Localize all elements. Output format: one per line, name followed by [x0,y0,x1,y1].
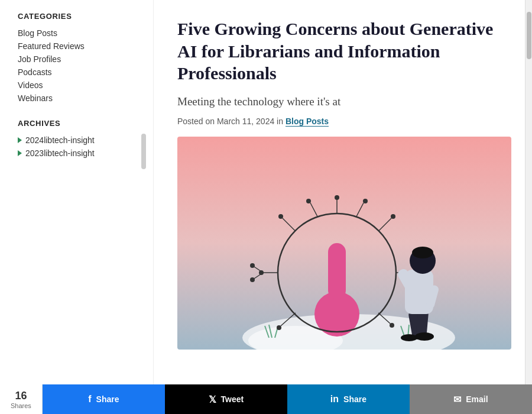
article-meta: Posted on March 11, 2024 in Blog Posts [177,117,508,126]
linkedin-label: Share [343,394,366,404]
main-content: Five Growing Concerns about Generative A… [154,0,532,384]
twitter-label: Tweet [221,394,244,404]
twitter-share-button[interactable]: 𝕏 Tweet [165,384,287,414]
social-bar: 16 Shares f Share 𝕏 Tweet in Share ✉ Ema… [0,384,532,414]
archive-label-2023: 2023libtech-insight [25,148,95,158]
svg-point-32 [250,277,255,282]
sidebar-item-videos[interactable]: Videos [18,79,135,92]
svg-point-14 [278,214,283,219]
svg-rect-9 [328,243,346,299]
archives-section: ARCHIVES 2024libtech-insight 2023libtech… [18,119,135,160]
twitter-icon: 𝕏 [209,394,216,405]
svg-point-12 [335,195,339,200]
sidebar-item-featured-reviews[interactable]: Featured Reviews [18,40,135,53]
categories-section: CATEGORIES Blog Posts Featured Reviews J… [18,12,135,105]
svg-point-22 [277,325,281,330]
facebook-label: Share [96,394,119,404]
facebook-share-button[interactable]: f Share [43,384,165,414]
article-title: Five Growing Concerns about Generative A… [177,18,508,85]
shares-counter: 16 Shares [0,384,43,414]
meta-prefix: Posted on March 11, 2024 in [177,117,286,126]
email-icon: ✉ [453,394,461,405]
svg-point-16 [391,214,395,219]
categories-heading: CATEGORIES [18,12,135,21]
sidebar-links: Blog Posts Featured Reviews Job Profiles… [18,27,135,105]
svg-point-43 [412,247,433,258]
archive-item-2024[interactable]: 2024libtech-insight [18,134,135,147]
archives-list: 2024libtech-insight 2023libtech-insight [18,134,135,160]
svg-point-40 [401,334,417,341]
sidebar-item-webinars[interactable]: Webinars [18,92,135,105]
article-illustration [177,137,511,350]
archive-label-2024: 2024libtech-insight [25,135,95,145]
article-image [177,137,511,350]
email-label: Email [466,394,488,404]
linkedin-share-button[interactable]: in Share [287,384,410,414]
archives-heading: ARCHIVES [18,119,135,128]
scrollbar-thumb [527,12,531,59]
page-wrapper: CATEGORIES Blog Posts Featured Reviews J… [0,0,532,384]
chevron-right-icon [18,150,22,156]
sidebar-item-podcasts[interactable]: Podcasts [18,66,135,79]
linkedin-icon: in [330,394,339,405]
svg-point-28 [363,199,368,203]
shares-count: 16 [15,390,27,402]
shares-label: Shares [11,402,31,409]
svg-point-26 [306,199,311,203]
meta-category-link[interactable]: Blog Posts [286,117,329,127]
sidebar-scrollbar[interactable] [141,134,146,169]
chevron-right-icon [18,137,22,143]
svg-point-39 [415,332,434,341]
sidebar: CATEGORIES Blog Posts Featured Reviews J… [0,0,154,384]
article-subtitle: Meeting the technology where it's at [177,95,508,108]
svg-point-24 [390,323,394,328]
sidebar-item-blog-posts[interactable]: Blog Posts [18,27,135,40]
page-scrollbar[interactable] [525,0,532,384]
archive-item-2023[interactable]: 2023libtech-insight [18,147,135,160]
sidebar-item-job-profiles[interactable]: Job Profiles [18,53,135,66]
svg-point-30 [250,263,255,268]
facebook-icon: f [88,394,91,405]
email-share-button[interactable]: ✉ Email [410,384,532,414]
